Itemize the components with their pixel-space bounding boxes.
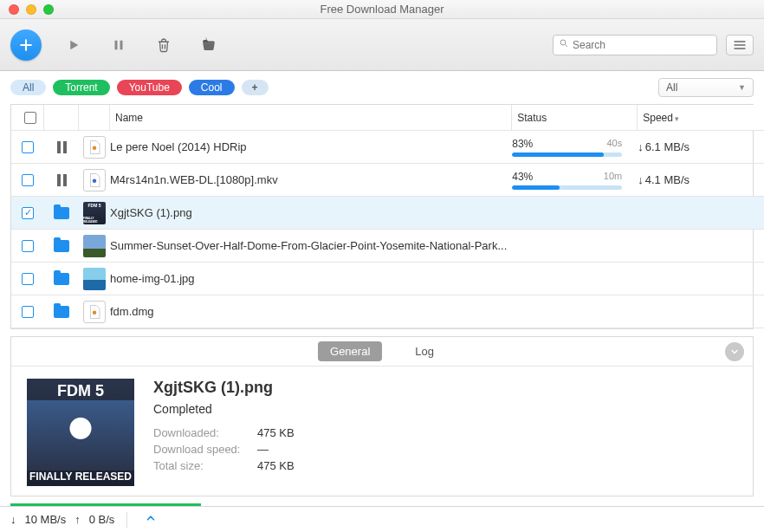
- details-panel: General Log FDM 5 FINALLY RELEASED XgjtS…: [10, 336, 754, 496]
- downloaded-label: Downloaded:: [153, 426, 257, 439]
- folder-icon[interactable]: [54, 207, 69, 219]
- table-header: Name Status Speed Size Added: [11, 105, 764, 131]
- tag-bar: All Torrent YouTube Cool + All ▼: [0, 71, 764, 104]
- arrow-down-icon: ↓: [10, 513, 16, 526]
- search-icon: [559, 38, 569, 51]
- search-input[interactable]: [573, 39, 711, 51]
- tag-youtube[interactable]: YouTube: [117, 80, 182, 95]
- svg-point-2: [560, 40, 566, 45]
- row-name: XgjtSKG (1).png: [110, 206, 512, 219]
- tag-cool[interactable]: Cool: [189, 80, 235, 95]
- folder-icon[interactable]: [54, 240, 69, 252]
- downloaded-value: 475 KB: [257, 426, 295, 439]
- row-thumbnail: [83, 169, 106, 191]
- table-row[interactable]: FDM 5FINALLY RELEASEDXgjtSKG (1).png475 …: [11, 197, 764, 230]
- folder-icon[interactable]: [54, 306, 69, 318]
- tab-general[interactable]: General: [318, 341, 382, 361]
- titlebar: Free Download Manager: [0, 0, 764, 19]
- row-progress: 43%10m: [512, 171, 638, 190]
- menu-button[interactable]: [726, 35, 754, 55]
- svg-point-4: [93, 178, 97, 183]
- toolbar: [0, 19, 764, 71]
- arrow-up-icon: ↑: [74, 513, 81, 526]
- chevron-down-icon: ▼: [738, 83, 746, 92]
- tag-all[interactable]: All: [10, 80, 46, 95]
- table-row[interactable]: Le pere Noel (2014) HDRip83%40s6.1 MB/s1…: [11, 131, 764, 164]
- status-bar: ↓ 10 MB/s ↑ 0 B/s: [0, 506, 764, 532]
- table-row[interactable]: home-img-01.jpg367 KB22:43: [11, 263, 764, 295]
- open-folder-button[interactable]: [196, 32, 222, 58]
- select-all-checkbox[interactable]: [24, 112, 36, 124]
- row-name: fdm.dmg: [110, 305, 512, 318]
- total-label: Total size:: [153, 459, 257, 472]
- row-checkbox[interactable]: [22, 141, 34, 153]
- downloads-table: Name Status Speed Size Added Le pere Noe…: [10, 104, 754, 329]
- details-title: XgjtSKG (1).png: [153, 379, 295, 397]
- row-name: Summer-Sunset-Over-Half-Dome-From-Glacie…: [110, 239, 512, 252]
- table-row[interactable]: M4rs14n1n.WEB-DL.[1080p].mkv43%10m4.1 MB…: [11, 164, 764, 197]
- row-checkbox[interactable]: [22, 207, 34, 219]
- row-thumbnail: FDM 5FINALLY RELEASED: [83, 202, 106, 224]
- delete-button[interactable]: [151, 32, 177, 58]
- row-checkbox[interactable]: [22, 240, 34, 252]
- details-status: Completed: [153, 402, 295, 416]
- speed-value: —: [257, 443, 295, 456]
- folder-icon[interactable]: [54, 273, 69, 285]
- table-row[interactable]: fdm.dmg23.0 MB16:05: [11, 295, 764, 328]
- col-speed[interactable]: Speed: [638, 105, 764, 130]
- expand-chevron-icon[interactable]: [145, 512, 157, 527]
- tab-log[interactable]: Log: [403, 341, 446, 361]
- search-field[interactable]: [553, 35, 717, 55]
- pause-icon: [57, 174, 67, 186]
- svg-point-3: [93, 146, 97, 150]
- table-row[interactable]: Summer-Sunset-Over-Half-Dome-From-Glacie…: [11, 230, 764, 263]
- row-speed: 6.1 MB/s: [638, 140, 764, 153]
- add-tag-button[interactable]: +: [242, 80, 269, 95]
- tag-torrent[interactable]: Torrent: [53, 80, 109, 95]
- add-download-button[interactable]: [10, 29, 42, 61]
- row-speed: 4.1 MB/s: [638, 173, 764, 186]
- status-up-speed: 0 B/s: [89, 513, 115, 526]
- row-thumbnail: [83, 268, 106, 290]
- svg-point-5: [93, 310, 97, 315]
- filter-select[interactable]: All ▼: [658, 78, 754, 97]
- row-name: home-img-01.jpg: [110, 272, 512, 285]
- details-tabs: General Log: [11, 337, 753, 367]
- row-progress: 83%40s: [512, 138, 638, 157]
- status-down-speed: 10 MB/s: [25, 513, 67, 526]
- row-thumbnail: [83, 235, 106, 257]
- row-thumbnail: [83, 301, 106, 323]
- row-checkbox[interactable]: [22, 306, 34, 318]
- row-name: M4rs14n1n.WEB-DL.[1080p].mkv: [110, 173, 512, 186]
- row-checkbox[interactable]: [22, 273, 34, 285]
- pause-button[interactable]: [106, 32, 132, 58]
- play-button[interactable]: [61, 32, 87, 58]
- svg-rect-0: [115, 40, 118, 49]
- col-status[interactable]: Status: [512, 105, 638, 130]
- total-value: 475 KB: [257, 459, 295, 472]
- pause-icon: [57, 141, 67, 153]
- details-thumbnail: FDM 5 FINALLY RELEASED: [27, 379, 134, 486]
- row-thumbnail: [83, 136, 106, 159]
- svg-rect-1: [120, 40, 123, 49]
- row-name: Le pere Noel (2014) HDRip: [110, 140, 512, 153]
- speed-label: Download speed:: [153, 443, 257, 456]
- row-checkbox[interactable]: [22, 174, 34, 186]
- col-name[interactable]: Name: [110, 105, 512, 130]
- window-title: Free Download Manager: [0, 3, 764, 16]
- collapse-details-button[interactable]: [725, 342, 744, 361]
- filter-value: All: [666, 81, 677, 94]
